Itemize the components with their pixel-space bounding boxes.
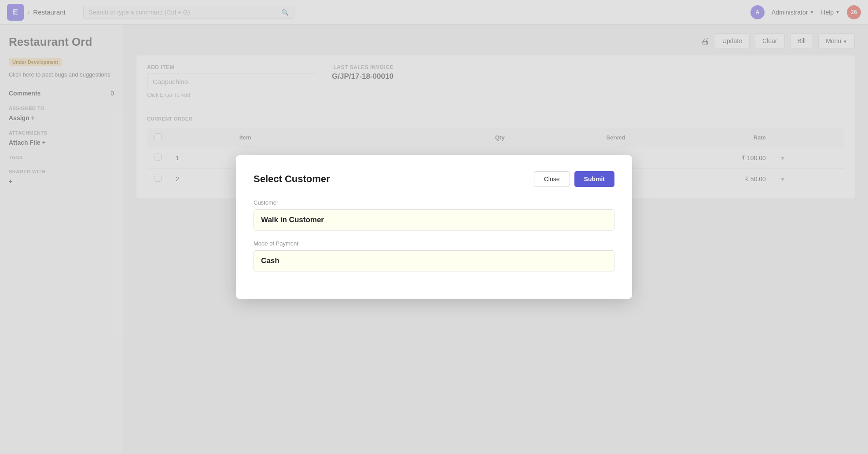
modal-title: Select Customer [254, 173, 330, 185]
payment-label: Mode of Payment [254, 240, 614, 247]
modal-actions: Close Submit [534, 171, 614, 187]
modal-close-button[interactable]: Close [534, 171, 570, 187]
customer-field: Customer [254, 199, 614, 231]
customer-input[interactable] [254, 209, 614, 231]
modal-submit-button[interactable]: Submit [574, 171, 614, 187]
select-customer-modal: Select Customer Close Submit Customer Mo… [236, 155, 632, 299]
customer-label: Customer [254, 199, 614, 206]
modal-header: Select Customer Close Submit [254, 171, 614, 187]
payment-input[interactable] [254, 250, 614, 271]
payment-field: Mode of Payment [254, 240, 614, 271]
